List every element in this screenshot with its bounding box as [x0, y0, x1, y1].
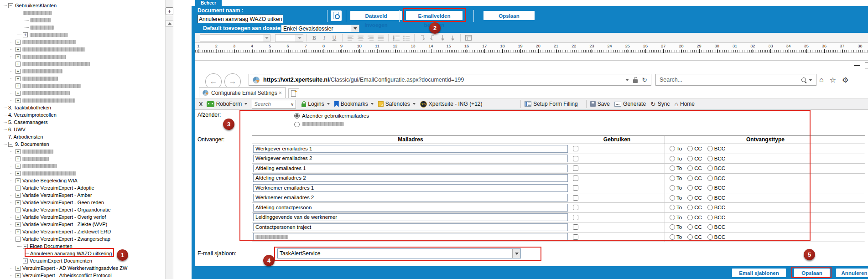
table-icon[interactable] [464, 34, 473, 42]
expand-icon[interactable]: + [16, 193, 21, 198]
tree-item[interactable]: 3. Taakbibliotheken [0, 103, 165, 111]
ontvangsttype-option-cc[interactable]: CC [687, 165, 702, 171]
tree-item-label[interactable]: 4. Verzuimprotocollen [8, 112, 57, 118]
tree-item-label[interactable]: Variatie VerzuimExpert - Zwangerschap [22, 236, 110, 242]
roboform-logins-menu[interactable]: Logins [301, 101, 329, 107]
expand-icon[interactable]: + [16, 207, 21, 212]
insert-arrow-right-icon[interactable] [428, 34, 437, 42]
radio-cc[interactable] [687, 234, 693, 240]
ontvangsttype-option-bcc[interactable]: BCC [707, 224, 725, 230]
radio-to[interactable] [670, 146, 675, 151]
opslaan-toolbar-button[interactable]: Opslaan [483, 11, 535, 20]
mailadres-field[interactable]: Werkgever emailadres 1 [253, 145, 568, 153]
browser-search-box[interactable] [655, 74, 816, 86]
align-left-icon[interactable] [346, 34, 354, 42]
expand-icon[interactable]: + [16, 98, 21, 103]
tree-item[interactable]: +Variatie VerzuimExpert - Orgaandonatie [0, 206, 165, 213]
autocomplete-dropdown-icon[interactable] [625, 79, 629, 81]
tree-item[interactable]: 7. Arbodiensten [0, 133, 165, 140]
tree-item[interactable]: + [0, 96, 165, 103]
mailadres-field[interactable]: Contactpersonen traject [253, 223, 568, 231]
radio-bcc[interactable] [707, 176, 713, 181]
favorites-star-icon[interactable]: ☆ [830, 76, 836, 84]
scroll-up-button[interactable] [166, 20, 173, 27]
tree-item-label[interactable]: Eigen Documenten [30, 243, 73, 249]
tree-item-label[interactable]: VerzuimExpert - AD Werkhervattingsadvies… [22, 265, 127, 271]
roboform-safenotes-menu[interactable]: Safenotes [378, 101, 416, 107]
radio-cc[interactable] [687, 224, 693, 230]
tree-item-label[interactable]: Annuleren aanvraag WAZO uitkering [30, 251, 112, 256]
tree-item-label[interactable]: VerzuimExpert - Arbeidsconflict Protocol [22, 273, 112, 278]
opslaan-button[interactable]: Opslaan [794, 269, 830, 277]
bullet-list-icon[interactable] [402, 34, 411, 42]
mailadres-field[interactable]: Afdeling emailadres 1 [253, 165, 568, 172]
radio-cc[interactable] [687, 176, 693, 181]
mailadres-field[interactable]: Werknemer emailadres 2 [253, 194, 568, 202]
tree-item[interactable]: −Eigen Documenten [0, 242, 165, 249]
gebruiken-checkbox[interactable] [573, 205, 578, 210]
expand-icon[interactable]: + [16, 222, 21, 227]
expand-icon[interactable]: + [16, 178, 21, 183]
ontvangsttype-option-to[interactable]: To [670, 234, 682, 240]
expand-icon[interactable]: + [16, 76, 21, 81]
underline-button[interactable]: U [330, 34, 338, 42]
roboform-bookmarks-menu[interactable]: Bookmarks [334, 101, 374, 107]
tree-item[interactable] [0, 9, 165, 16]
ontvangsttype-option-bcc[interactable]: BCC [707, 165, 725, 171]
gebruiken-checkbox[interactable] [573, 234, 578, 240]
tree-item-label[interactable]: Variatie VerzuimExpert - Overig verlof [22, 214, 106, 220]
chevron-down-icon[interactable]: ∨ [291, 102, 296, 107]
ontvangsttype-option-to[interactable]: To [670, 185, 682, 191]
search-dropdown-icon[interactable] [809, 79, 812, 81]
roboform-search-box[interactable]: ∨ [252, 100, 296, 108]
ontvangsttype-option-to[interactable]: To [670, 146, 682, 151]
radio-to[interactable] [670, 234, 675, 240]
radio-to[interactable] [670, 224, 675, 230]
tree-item-label[interactable]: VerzuimExpert Documenten [30, 258, 92, 264]
ontvangsttype-option-to[interactable]: To [670, 224, 682, 230]
roboform-xpertsuite-login[interactable]: XS Xpertsuite - ING (+12) [420, 101, 483, 108]
radio-bcc[interactable] [707, 234, 713, 240]
radio-to[interactable] [670, 215, 675, 220]
radio-bcc[interactable] [707, 165, 713, 171]
chevron-down-icon[interactable] [351, 25, 359, 32]
gebruiken-checkbox[interactable] [573, 146, 578, 151]
tree-item-label[interactable]: 9. Documenten [15, 141, 49, 147]
gebruiken-checkbox[interactable] [573, 224, 578, 230]
collapse-icon[interactable]: − [8, 142, 13, 147]
mailadres-field[interactable] [253, 233, 568, 241]
sync-button[interactable]: ↻ Sync [650, 100, 670, 108]
ontvangsttype-option-to[interactable]: To [670, 176, 682, 181]
mailadres-field[interactable]: Leidinggevende van de werknemer [253, 213, 568, 221]
preview-button[interactable] [331, 10, 342, 21]
radio-cc[interactable] [687, 215, 693, 220]
ontvangsttype-option-cc[interactable]: CC [687, 185, 702, 191]
arrow-down-icon[interactable] [448, 34, 457, 42]
tree-item[interactable]: 4. Verzuimprotocollen [0, 111, 165, 118]
gebruiken-checkbox[interactable] [573, 176, 578, 181]
radio-cc[interactable] [687, 165, 693, 171]
expand-icon[interactable]: + [16, 54, 21, 59]
ontvangsttype-option-cc[interactable]: CC [687, 195, 702, 201]
tree-item[interactable]: + [0, 162, 165, 169]
gebruiken-checkbox[interactable] [573, 165, 578, 171]
tree-item[interactable]: +Variatie Begeleiding WIA [0, 176, 165, 184]
generate-button[interactable]: Generate [614, 101, 646, 107]
radio-cc[interactable] [687, 195, 693, 201]
expand-icon[interactable]: + [16, 171, 21, 176]
tab-beheer[interactable]: Beheer [195, 0, 222, 6]
radio-cc[interactable] [687, 185, 693, 191]
tree-item-label[interactable]: Variatie VerzuimExpert - Orgaandonatie [22, 207, 111, 212]
afzender-option2-radio[interactable] [294, 122, 300, 127]
tree-item-label[interactable]: 5. Casemanagers [8, 119, 48, 125]
tree-item[interactable]: + [0, 31, 165, 38]
radio-bcc[interactable] [707, 224, 713, 230]
tree-item[interactable]: +VerzuimExpert - Arbeidsconflict Protoco… [0, 271, 165, 279]
tree-item[interactable]: −GebruikersKlanten [0, 1, 165, 9]
tree-item[interactable]: +Variatie VerzuimExpert - Ziektewet ERD [0, 227, 165, 235]
tree-item[interactable]: +Variatie VerzuimExpert - Overig verlof [0, 213, 165, 220]
radio-bcc[interactable] [707, 156, 713, 161]
radio-to[interactable] [670, 165, 675, 171]
tree-item-selected[interactable]: Annuleren aanvraag WAZO uitkering [0, 249, 165, 257]
expand-icon[interactable]: + [16, 47, 21, 52]
